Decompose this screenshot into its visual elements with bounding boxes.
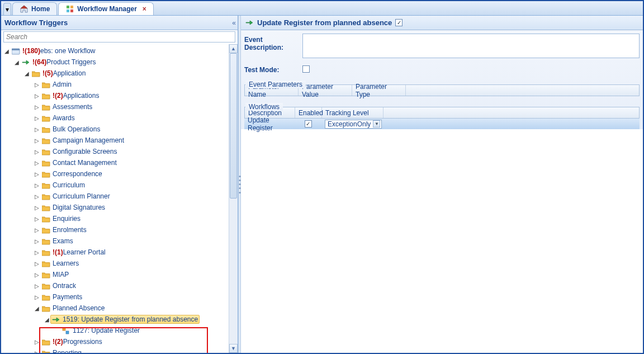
- tree-item-miap[interactable]: ▷MIAP: [3, 269, 238, 280]
- folder-icon: [42, 81, 50, 88]
- folder-icon: [42, 282, 50, 290]
- tree-item-1127[interactable]: ▷1127: Update Register: [3, 325, 238, 336]
- toggle-collapse[interactable]: ◢: [44, 317, 50, 323]
- tree-item-enquiries[interactable]: ▷Enquiries: [3, 213, 238, 224]
- wf-row-enabled-checkbox[interactable]: [305, 120, 312, 128]
- header-enabled-checkbox[interactable]: [395, 19, 402, 26]
- toggle-expand[interactable]: ▷: [34, 182, 40, 188]
- scroll-up-button[interactable]: ▲: [229, 44, 238, 53]
- folder-icon: [42, 171, 50, 178]
- tree-scrollbar: ▲ ▼: [229, 44, 238, 353]
- tree-item-campaign-management[interactable]: ▷Campaign Management: [3, 135, 238, 146]
- folder-icon: [32, 70, 40, 77]
- tree-item-applications[interactable]: ▷!(2)Applications: [3, 90, 238, 101]
- toggle-expand[interactable]: ▷: [34, 126, 40, 133]
- workflows-table-header: Description Enabled Tracking Level: [244, 107, 640, 119]
- tree-root[interactable]: ◢!(180)ebs: one Workflow: [3, 45, 238, 56]
- tracking-level-dropdown[interactable]: ExceptionOnly ▼: [325, 120, 382, 129]
- toggle-expand[interactable]: ▷: [34, 350, 40, 353]
- tree-item-curriculum[interactable]: ▷Curriculum: [3, 180, 238, 191]
- toggle-expand[interactable]: ▷: [34, 160, 40, 166]
- toggle-expand[interactable]: ▷: [34, 238, 40, 244]
- blocks-icon: [62, 327, 70, 334]
- toggle-expand[interactable]: ▷: [34, 93, 40, 99]
- test-mode-label: Test Mode:: [244, 64, 302, 74]
- folder-icon: [42, 338, 50, 346]
- tree-item-curriculum-planner[interactable]: ▷Curriculum Planner: [3, 191, 238, 202]
- toggle-expand[interactable]: ▷: [34, 82, 40, 88]
- tab-menu-dropdown[interactable]: ▾: [3, 3, 11, 15]
- toggle-collapse[interactable]: ◢: [34, 305, 40, 311]
- folder-icon: [42, 159, 50, 167]
- tree-application[interactable]: ◢!(5)Application: [3, 68, 238, 79]
- test-mode-checkbox[interactable]: [302, 65, 310, 73]
- col-parameter-value: Parameter Value: [299, 85, 352, 96]
- tree-item-learners[interactable]: ▷Learners: [3, 258, 238, 269]
- tree-item-exams[interactable]: ▷Exams: [3, 235, 238, 247]
- toggle-expand[interactable]: ▷: [34, 294, 40, 300]
- scroll-track[interactable]: [229, 53, 238, 344]
- folder-icon: [42, 137, 50, 144]
- folder-icon: [42, 238, 50, 245]
- tree-item-awards[interactable]: ▷Awards: [3, 112, 238, 124]
- tree-item-progressions[interactable]: ▷!(2)Progressions: [3, 336, 238, 347]
- tree-item-ontrack[interactable]: ▷Ontrack: [3, 280, 238, 291]
- scroll-thumb[interactable]: [230, 53, 237, 199]
- toggle-expand[interactable]: ▷: [34, 227, 40, 233]
- toggle-expand[interactable]: ▷: [34, 216, 40, 222]
- toggle-expand[interactable]: ▷: [34, 272, 40, 278]
- toggle-expand[interactable]: ▷: [34, 249, 40, 256]
- tree-item-contact-management[interactable]: ▷Contact Management: [3, 157, 238, 168]
- tab-workflow-manager-label: Workflow Manager: [77, 5, 136, 13]
- col-parameter-type: Parameter Type: [352, 85, 406, 96]
- wf-row-description: Update Register: [244, 119, 295, 129]
- tree-item-configurable-screens[interactable]: ▷Configurable Screens: [3, 146, 238, 157]
- tree-product-triggers[interactable]: ◢!(64)Product Triggers: [3, 56, 238, 68]
- chevron-down-icon: ▼: [373, 120, 380, 128]
- toggle-expand[interactable]: ▷: [34, 339, 40, 345]
- collapse-left-icon[interactable]: «: [232, 19, 234, 27]
- toggle-expand[interactable]: ▷: [34, 283, 40, 289]
- tree-item-payments[interactable]: ▷Payments: [3, 291, 238, 303]
- search-input[interactable]: [3, 31, 235, 43]
- tree-item-assessments[interactable]: ▷Assessments: [3, 101, 238, 112]
- toggle-expand[interactable]: ▷: [34, 115, 40, 121]
- col-wf-tracking: Tracking Level: [322, 107, 383, 118]
- toggle-expand[interactable]: ▷: [34, 261, 40, 267]
- tree-item-bulk-operations[interactable]: ▷Bulk Operations: [3, 124, 238, 135]
- tree-item-reporting[interactable]: ▷Reporting: [3, 347, 238, 353]
- toggle-collapse[interactable]: ◢: [3, 48, 10, 54]
- workflow-row[interactable]: Update Register ExceptionOnly ▼: [244, 119, 640, 129]
- toggle-expand[interactable]: ▷: [34, 149, 40, 155]
- toggle-collapse[interactable]: ◢: [13, 59, 20, 65]
- toggle-expand[interactable]: ▷: [34, 205, 40, 211]
- tree-item-1519[interactable]: ◢1519: Update Register from planned abse…: [3, 314, 238, 325]
- right-panel: Update Register from planned absence Eve…: [241, 16, 643, 353]
- event-description-input[interactable]: [302, 34, 640, 58]
- tree-item-admin[interactable]: ▷Admin: [3, 79, 238, 90]
- home-icon: [20, 6, 28, 13]
- scroll-down-button[interactable]: ▼: [229, 344, 238, 353]
- tree-item-digital-signatures[interactable]: ▷Digital Signatures: [3, 202, 238, 213]
- left-panel: Workflow Triggers « ◢!(180)ebs: one Work…: [1, 16, 238, 353]
- arrow-icon: [245, 19, 254, 26]
- workflows-label: Workflows: [245, 103, 283, 111]
- toggle-expand[interactable]: ▷: [34, 138, 40, 144]
- tree-item-correspondence[interactable]: ▷Correspondence: [3, 168, 238, 180]
- toggle-expand[interactable]: ▷: [34, 193, 40, 200]
- toggle-collapse[interactable]: ◢: [23, 70, 30, 77]
- close-icon[interactable]: ×: [143, 5, 146, 13]
- tree-item-planned-absence[interactable]: ◢Planned Absence: [3, 303, 238, 314]
- tree-item-enrolments[interactable]: ▷Enrolments: [3, 224, 238, 235]
- event-description-label: Event Description:: [244, 34, 302, 51]
- tree-item-learner-portal[interactable]: ▷!(1)Learner Portal: [3, 247, 238, 258]
- folder-icon: [42, 271, 50, 279]
- tab-workflow-manager[interactable]: Workflow Manager ×: [58, 2, 153, 15]
- toggle-expand[interactable]: ▷: [34, 171, 40, 177]
- splitter[interactable]: [238, 16, 241, 353]
- toggle-expand[interactable]: ▷: [34, 104, 40, 110]
- folder-icon: [42, 215, 50, 223]
- tab-home[interactable]: Home: [12, 2, 57, 15]
- folder-icon: [42, 260, 50, 267]
- folder-icon: [42, 305, 50, 312]
